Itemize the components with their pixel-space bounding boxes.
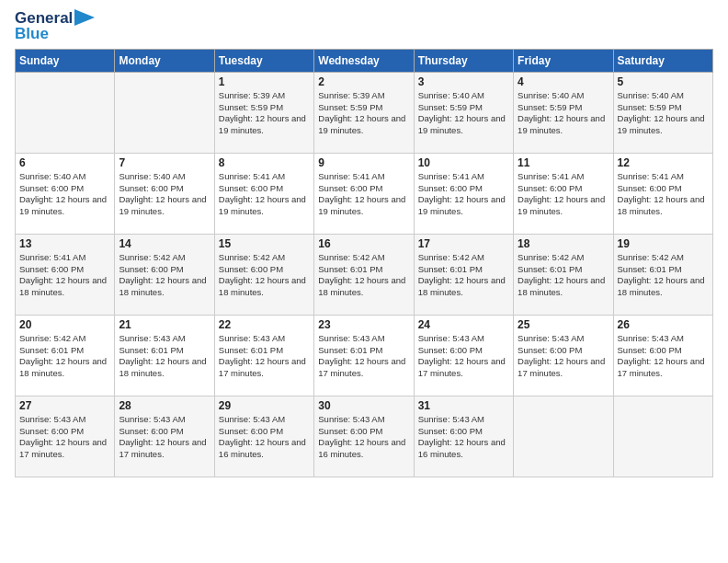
day-info: Sunrise: 5:43 AM Sunset: 6:01 PM Dayligh… bbox=[219, 333, 310, 380]
day-info: Sunrise: 5:41 AM Sunset: 6:00 PM Dayligh… bbox=[19, 252, 110, 299]
calendar-cell: 1Sunrise: 5:39 AM Sunset: 5:59 PM Daylig… bbox=[214, 72, 313, 153]
weekday-header-friday: Friday bbox=[514, 49, 613, 72]
day-number: 6 bbox=[19, 156, 110, 169]
day-number: 26 bbox=[618, 318, 709, 331]
day-number: 20 bbox=[19, 318, 110, 331]
calendar-cell: 20Sunrise: 5:42 AM Sunset: 6:01 PM Dayli… bbox=[16, 315, 115, 396]
day-info: Sunrise: 5:42 AM Sunset: 6:00 PM Dayligh… bbox=[119, 252, 210, 299]
week-row-2: 13Sunrise: 5:41 AM Sunset: 6:00 PM Dayli… bbox=[16, 234, 713, 315]
calendar-cell: 21Sunrise: 5:43 AM Sunset: 6:01 PM Dayli… bbox=[115, 315, 214, 396]
logo-text-blue: Blue bbox=[15, 26, 95, 43]
day-info: Sunrise: 5:43 AM Sunset: 6:00 PM Dayligh… bbox=[418, 414, 509, 461]
calendar-cell bbox=[115, 72, 214, 153]
weekday-header-thursday: Thursday bbox=[414, 49, 513, 72]
day-info: Sunrise: 5:40 AM Sunset: 6:00 PM Dayligh… bbox=[119, 171, 210, 218]
weekday-header-monday: Monday bbox=[115, 49, 214, 72]
calendar-cell: 23Sunrise: 5:43 AM Sunset: 6:01 PM Dayli… bbox=[314, 315, 414, 396]
day-info: Sunrise: 5:40 AM Sunset: 5:59 PM Dayligh… bbox=[418, 90, 509, 137]
day-number: 1 bbox=[219, 75, 310, 88]
day-info: Sunrise: 5:43 AM Sunset: 6:01 PM Dayligh… bbox=[318, 333, 409, 380]
calendar-cell: 18Sunrise: 5:42 AM Sunset: 6:01 PM Dayli… bbox=[514, 234, 613, 315]
day-info: Sunrise: 5:43 AM Sunset: 6:00 PM Dayligh… bbox=[119, 414, 210, 461]
calendar-cell bbox=[613, 396, 712, 477]
calendar-page: General Blue SundayMondayTuesdayWednesda… bbox=[0, 0, 728, 563]
day-number: 4 bbox=[518, 75, 609, 88]
day-number: 24 bbox=[418, 318, 509, 331]
calendar-cell: 13Sunrise: 5:41 AM Sunset: 6:00 PM Dayli… bbox=[16, 234, 115, 315]
day-number: 13 bbox=[19, 237, 110, 250]
week-row-3: 20Sunrise: 5:42 AM Sunset: 6:01 PM Dayli… bbox=[16, 315, 713, 396]
day-number: 21 bbox=[119, 318, 210, 331]
calendar-cell: 10Sunrise: 5:41 AM Sunset: 6:00 PM Dayli… bbox=[414, 153, 513, 234]
day-number: 2 bbox=[318, 75, 409, 88]
weekday-header-sunday: Sunday bbox=[16, 49, 115, 72]
week-row-1: 6Sunrise: 5:40 AM Sunset: 6:00 PM Daylig… bbox=[16, 153, 713, 234]
calendar-cell: 28Sunrise: 5:43 AM Sunset: 6:00 PM Dayli… bbox=[115, 396, 214, 477]
day-info: Sunrise: 5:42 AM Sunset: 6:01 PM Dayligh… bbox=[518, 252, 609, 299]
day-info: Sunrise: 5:43 AM Sunset: 6:00 PM Dayligh… bbox=[219, 414, 310, 461]
day-number: 29 bbox=[219, 399, 310, 412]
calendar-cell: 9Sunrise: 5:41 AM Sunset: 6:00 PM Daylig… bbox=[314, 153, 414, 234]
logo-chevron-icon bbox=[74, 9, 95, 26]
calendar-cell: 19Sunrise: 5:42 AM Sunset: 6:01 PM Dayli… bbox=[613, 234, 712, 315]
day-info: Sunrise: 5:41 AM Sunset: 6:00 PM Dayligh… bbox=[518, 171, 609, 218]
calendar-cell: 25Sunrise: 5:43 AM Sunset: 6:00 PM Dayli… bbox=[514, 315, 613, 396]
calendar-cell bbox=[16, 72, 115, 153]
day-info: Sunrise: 5:40 AM Sunset: 5:59 PM Dayligh… bbox=[618, 90, 709, 137]
day-number: 10 bbox=[418, 156, 509, 169]
calendar-cell: 27Sunrise: 5:43 AM Sunset: 6:00 PM Dayli… bbox=[16, 396, 115, 477]
calendar-cell: 29Sunrise: 5:43 AM Sunset: 6:00 PM Dayli… bbox=[214, 396, 313, 477]
calendar-cell: 15Sunrise: 5:42 AM Sunset: 6:00 PM Dayli… bbox=[214, 234, 313, 315]
calendar-cell: 8Sunrise: 5:41 AM Sunset: 6:00 PM Daylig… bbox=[214, 153, 313, 234]
calendar-cell: 5Sunrise: 5:40 AM Sunset: 5:59 PM Daylig… bbox=[613, 72, 712, 153]
calendar-cell: 17Sunrise: 5:42 AM Sunset: 6:01 PM Dayli… bbox=[414, 234, 513, 315]
calendar-cell: 31Sunrise: 5:43 AM Sunset: 6:00 PM Dayli… bbox=[414, 396, 513, 477]
weekday-header-row: SundayMondayTuesdayWednesdayThursdayFrid… bbox=[16, 49, 713, 72]
day-number: 15 bbox=[219, 237, 310, 250]
day-info: Sunrise: 5:42 AM Sunset: 6:01 PM Dayligh… bbox=[618, 252, 709, 299]
day-info: Sunrise: 5:42 AM Sunset: 6:01 PM Dayligh… bbox=[318, 252, 409, 299]
calendar-table: SundayMondayTuesdayWednesdayThursdayFrid… bbox=[15, 49, 713, 477]
week-row-4: 27Sunrise: 5:43 AM Sunset: 6:00 PM Dayli… bbox=[16, 396, 713, 477]
day-number: 22 bbox=[219, 318, 310, 331]
day-info: Sunrise: 5:43 AM Sunset: 6:00 PM Dayligh… bbox=[318, 414, 409, 461]
weekday-header-tuesday: Tuesday bbox=[214, 49, 313, 72]
weekday-header-saturday: Saturday bbox=[613, 49, 712, 72]
day-info: Sunrise: 5:41 AM Sunset: 6:00 PM Dayligh… bbox=[418, 171, 509, 218]
day-info: Sunrise: 5:39 AM Sunset: 5:59 PM Dayligh… bbox=[318, 90, 409, 137]
day-info: Sunrise: 5:41 AM Sunset: 6:00 PM Dayligh… bbox=[318, 171, 409, 218]
calendar-cell: 7Sunrise: 5:40 AM Sunset: 6:00 PM Daylig… bbox=[115, 153, 214, 234]
day-number: 25 bbox=[518, 318, 609, 331]
day-info: Sunrise: 5:40 AM Sunset: 5:59 PM Dayligh… bbox=[518, 90, 609, 137]
calendar-cell: 4Sunrise: 5:40 AM Sunset: 5:59 PM Daylig… bbox=[514, 72, 613, 153]
day-number: 5 bbox=[618, 75, 709, 88]
day-info: Sunrise: 5:43 AM Sunset: 6:00 PM Dayligh… bbox=[618, 333, 709, 380]
day-number: 19 bbox=[618, 237, 709, 250]
header: General Blue bbox=[15, 9, 713, 43]
day-info: Sunrise: 5:43 AM Sunset: 6:00 PM Dayligh… bbox=[518, 333, 609, 380]
day-info: Sunrise: 5:43 AM Sunset: 6:00 PM Dayligh… bbox=[418, 333, 509, 380]
calendar-cell: 2Sunrise: 5:39 AM Sunset: 5:59 PM Daylig… bbox=[314, 72, 414, 153]
day-number: 9 bbox=[318, 156, 409, 169]
day-number: 11 bbox=[518, 156, 609, 169]
calendar-cell: 3Sunrise: 5:40 AM Sunset: 5:59 PM Daylig… bbox=[414, 72, 513, 153]
week-row-0: 1Sunrise: 5:39 AM Sunset: 5:59 PM Daylig… bbox=[16, 72, 713, 153]
day-number: 8 bbox=[219, 156, 310, 169]
day-number: 30 bbox=[318, 399, 409, 412]
weekday-header-wednesday: Wednesday bbox=[314, 49, 414, 72]
day-info: Sunrise: 5:40 AM Sunset: 6:00 PM Dayligh… bbox=[19, 171, 110, 218]
day-number: 23 bbox=[318, 318, 409, 331]
logo-container: General Blue bbox=[15, 9, 95, 43]
day-number: 14 bbox=[119, 237, 210, 250]
day-number: 7 bbox=[119, 156, 210, 169]
day-number: 3 bbox=[418, 75, 509, 88]
day-number: 18 bbox=[518, 237, 609, 250]
calendar-cell: 12Sunrise: 5:41 AM Sunset: 6:00 PM Dayli… bbox=[613, 153, 712, 234]
day-info: Sunrise: 5:42 AM Sunset: 6:01 PM Dayligh… bbox=[19, 333, 110, 380]
calendar-cell: 14Sunrise: 5:42 AM Sunset: 6:00 PM Dayli… bbox=[115, 234, 214, 315]
calendar-cell: 6Sunrise: 5:40 AM Sunset: 6:00 PM Daylig… bbox=[16, 153, 115, 234]
day-number: 16 bbox=[318, 237, 409, 250]
day-info: Sunrise: 5:43 AM Sunset: 6:01 PM Dayligh… bbox=[119, 333, 210, 380]
day-info: Sunrise: 5:42 AM Sunset: 6:00 PM Dayligh… bbox=[219, 252, 310, 299]
day-number: 27 bbox=[19, 399, 110, 412]
